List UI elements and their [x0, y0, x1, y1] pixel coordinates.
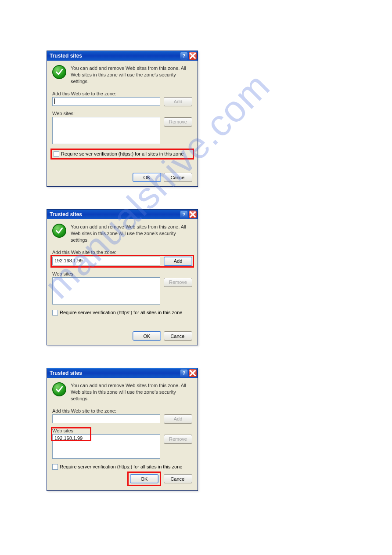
web-sites-listbox[interactable]	[52, 277, 160, 305]
ok-button[interactable]: OK	[130, 474, 158, 483]
close-button[interactable]	[189, 52, 197, 60]
check-icon	[52, 65, 66, 79]
web-sites-label: Web sites:	[52, 111, 160, 116]
require-verification-label: Require server verification (https:) for…	[60, 464, 182, 469]
info-text: You can add and remove Web sites from th…	[71, 382, 192, 402]
require-verification-label: Require server verification (https:) for…	[61, 151, 183, 156]
trusted-sites-dialog-3: Trusted sites ? You can add and remove W…	[47, 368, 198, 491]
help-button[interactable]: ?	[180, 52, 188, 60]
titlebar[interactable]: Trusted sites ?	[47, 210, 198, 219]
list-item[interactable]: 192.168.1.99	[54, 435, 158, 441]
remove-button[interactable]: Remove	[164, 278, 192, 287]
titlebar[interactable]: Trusted sites ?	[47, 51, 198, 61]
help-button[interactable]: ?	[180, 369, 188, 377]
dialog-title: Trusted sites	[50, 211, 179, 218]
close-button[interactable]	[189, 369, 197, 377]
close-icon	[189, 211, 196, 218]
ok-button-highlight: OK	[127, 472, 161, 486]
add-button[interactable]: Add	[164, 97, 192, 106]
help-button[interactable]: ?	[180, 210, 188, 218]
close-icon	[189, 370, 196, 377]
add-site-input[interactable]: 192.168.1.99	[52, 257, 160, 265]
require-verification-checkbox[interactable]	[52, 310, 58, 316]
check-icon	[52, 224, 66, 238]
remove-button[interactable]: Remove	[164, 117, 192, 127]
trusted-sites-dialog-1: Trusted sites ? You can add and remove W…	[47, 51, 198, 187]
require-verification-label: Require server verification (https:) for…	[60, 310, 182, 315]
add-site-label: Add this Web site to the zone:	[52, 250, 192, 255]
add-site-label: Add this Web site to the zone:	[52, 91, 192, 96]
dialog-title: Trusted sites	[50, 53, 179, 59]
close-icon	[189, 52, 196, 59]
add-site-label: Add this Web site to the zone:	[52, 408, 192, 414]
add-button[interactable]: Add	[164, 414, 192, 424]
require-verification-checkbox[interactable]	[52, 464, 58, 470]
check-icon	[52, 382, 66, 396]
cancel-button[interactable]: Cancel	[164, 474, 192, 483]
add-site-input[interactable]	[52, 414, 160, 423]
cancel-button[interactable]: Cancel	[164, 331, 192, 341]
add-button[interactable]: Add	[164, 257, 192, 266]
trusted-sites-dialog-2: Trusted sites ? You can add and remove W…	[47, 209, 198, 345]
remove-button[interactable]: Remove	[164, 435, 192, 444]
titlebar[interactable]: Trusted sites ?	[47, 368, 198, 378]
add-site-input[interactable]	[52, 97, 160, 106]
web-sites-label: Web sites:	[52, 428, 160, 433]
ok-button[interactable]: OK	[133, 173, 161, 182]
web-sites-listbox[interactable]: 192.168.1.99	[52, 434, 160, 459]
dialog-title: Trusted sites	[50, 370, 179, 376]
web-sites-listbox[interactable]	[52, 117, 160, 144]
ok-button[interactable]: OK	[133, 331, 161, 341]
require-verification-highlight: Require server verification (https:) for…	[50, 149, 194, 160]
cancel-button[interactable]: Cancel	[164, 173, 192, 182]
require-verification-checkbox[interactable]	[54, 151, 59, 157]
close-button[interactable]	[189, 210, 197, 218]
info-text: You can add and remove Web sites from th…	[71, 224, 192, 243]
web-sites-label: Web sites:	[52, 271, 160, 276]
info-text: You can add and remove Web sites from th…	[71, 65, 192, 85]
